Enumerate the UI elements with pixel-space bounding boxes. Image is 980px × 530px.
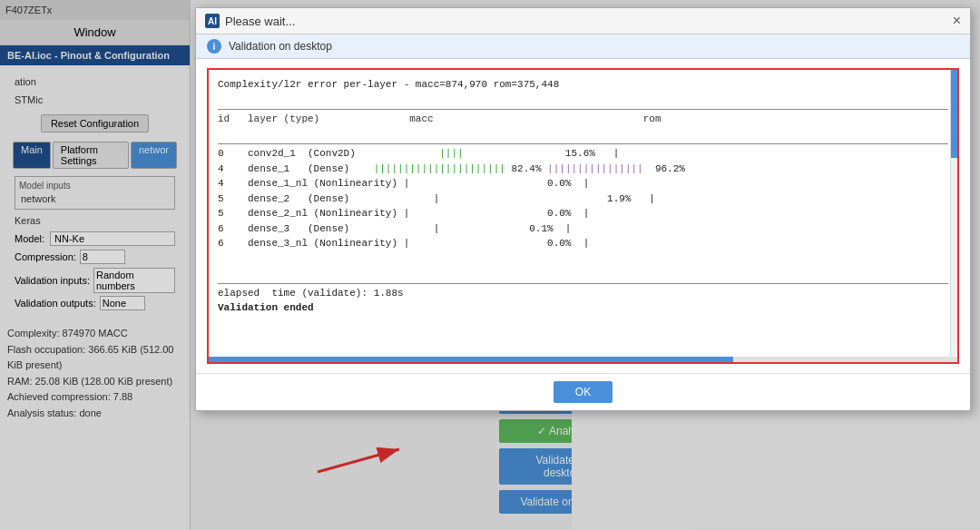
modal-title: Please wait... — [225, 15, 295, 28]
modal-title-bar: AI Please wait... × — [196, 8, 970, 34]
modal-close-button[interactable]: × — [953, 14, 961, 28]
output-row-4b: 4 dense_1_nl (Nonlinearity) | 0.0% | — [218, 176, 948, 191]
output-divider-2 — [218, 129, 948, 145]
modal-app-icon: AI — [205, 14, 220, 28]
info-icon: i — [207, 39, 221, 54]
output-box: Complexity/l2r error per-layer - macc=87… — [207, 68, 959, 364]
scrollbar[interactable] — [950, 70, 957, 362]
modal-footer: OK — [196, 373, 970, 410]
output-divider-1 — [218, 94, 948, 111]
output-row-5a: 5 dense_2 (Dense) | 1.9% | — [218, 191, 948, 207]
progress-area — [209, 357, 957, 362]
output-row-4a: 4 dense_1 (Dense) ||||||||||||||||||||||… — [218, 162, 948, 177]
modal-content: Complexity/l2r error per-layer - macc=87… — [196, 59, 970, 373]
scrollbar-thumb — [951, 70, 957, 158]
output-validation-ended: Validation ended — [218, 300, 948, 316]
modal-info-bar: i Validation on desktop — [196, 34, 970, 59]
output-divider-3 — [218, 268, 948, 284]
modal-info-text: Validation on desktop — [229, 40, 332, 53]
output-spacer — [218, 251, 948, 267]
modal-dialog: AI Please wait... × i Validation on desk… — [195, 7, 971, 411]
output-column-headers: id layer (type) macc rom — [218, 112, 948, 127]
output-row-6a: 6 dense_3 (Dense) | 0.1% | — [218, 221, 948, 237]
output-elapsed: elapsed time (validate): 1.88s — [218, 286, 948, 301]
output-row-5b: 5 dense_2_nl (Nonlinearity) | 0.0% | — [218, 206, 948, 221]
output-complexity-header: Complexity/l2r error per-layer - macc=87… — [218, 77, 948, 93]
output-row-6b: 6 dense_3_nl (Nonlinearity) | 0.0% | — [218, 236, 948, 251]
modal-title-left: AI Please wait... — [205, 14, 295, 28]
progress-bar — [209, 357, 733, 362]
ok-button[interactable]: OK — [554, 381, 612, 403]
output-row-0: 0 conv2d_1 (Conv2D) |||| 15.6% | — [218, 146, 948, 162]
